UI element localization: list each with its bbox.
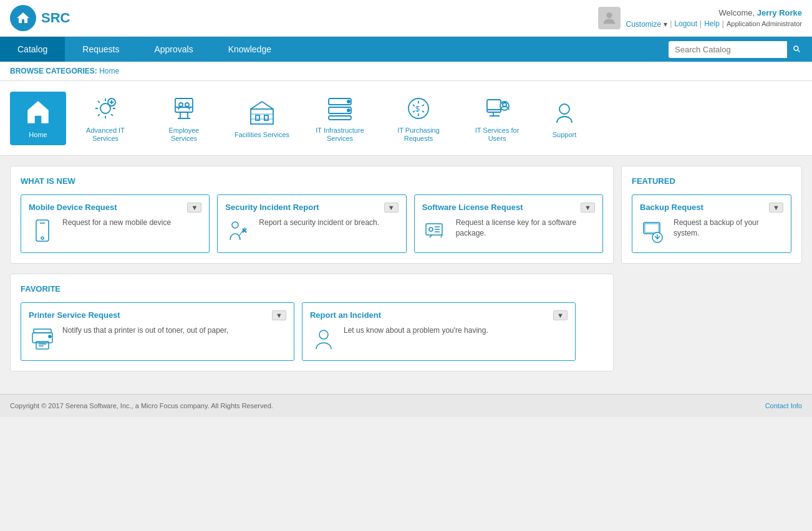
help-link[interactable]: Help — [704, 19, 720, 28]
category-advanced-it[interactable]: Advanced IT Services — [66, 87, 145, 149]
support-icon — [549, 98, 579, 128]
card-printer-service[interactable]: Printer Service Request ▼ Notify us th — [21, 302, 294, 361]
svg-point-22 — [41, 237, 44, 239]
avatar-icon — [601, 9, 618, 27]
category-home[interactable]: Home — [10, 92, 66, 145]
it-users-icon — [482, 93, 512, 123]
card-printer-body: Notify us that a printer is out of toner… — [29, 325, 286, 353]
card-report-desc: Let us know about a problem you're havin… — [344, 325, 488, 336]
category-it-purchasing-label: IT Purchasing Requests — [390, 127, 447, 143]
what-is-new-cards: Mobile Device Request ▼ Request for a ne… — [21, 194, 603, 253]
tab-knowledge[interactable]: Knowledge — [211, 37, 289, 62]
contact-info-link[interactable]: Contact Info — [765, 402, 802, 409]
favorite-title: FAVORITE — [21, 284, 603, 294]
search-input[interactable] — [669, 41, 806, 58]
customize-link[interactable]: Customize — [626, 20, 661, 29]
home-breadcrumb-link[interactable]: Home — [99, 67, 119, 75]
logo-text: SRC — [41, 10, 70, 26]
card-mobile-menu-btn[interactable]: ▼ — [187, 203, 201, 213]
card-backup-body: Request a backup of your system. — [640, 218, 783, 245]
tab-catalog[interactable]: Catalog — [0, 37, 65, 62]
svg-point-35 — [319, 330, 328, 339]
printer-icon — [29, 325, 56, 353]
header: SRC Welcome, Jerry Rorke Customize ▾ — [0, 0, 812, 37]
card-software-body: Request a license key for a software pac… — [422, 218, 595, 245]
svg-rect-37 — [645, 224, 659, 232]
card-report-title: Report an Incident — [310, 310, 381, 320]
card-mobile-device[interactable]: Mobile Device Request ▼ Request for a ne… — [21, 194, 210, 253]
card-security-menu-btn[interactable]: ▼ — [384, 203, 399, 213]
card-mobile-body: Request for a new mobile device — [29, 218, 201, 245]
category-it-users-label: IT Services for Users — [469, 127, 525, 143]
svg-rect-3 — [175, 98, 193, 112]
category-it-users[interactable]: IT Services for Users — [458, 87, 536, 149]
category-facilities[interactable]: Facilities Services — [223, 92, 301, 145]
card-printer-menu-btn[interactable]: ▼ — [272, 310, 286, 320]
search-area — [669, 41, 812, 59]
card-report-menu-btn[interactable]: ▼ — [553, 310, 568, 320]
svg-rect-11 — [329, 116, 351, 120]
svg-rect-24 — [426, 224, 442, 235]
house-logo-icon — [16, 11, 31, 26]
card-mobile-title: Mobile Device Request — [29, 203, 117, 212]
card-printer-title: Printer Service Request — [29, 310, 120, 320]
card-software-menu-btn[interactable]: ▼ — [581, 203, 595, 213]
svg-point-25 — [429, 227, 433, 231]
admin-label: Application Administrator — [727, 20, 802, 27]
tab-requests[interactable]: Requests — [65, 37, 137, 62]
card-security-body: Report a security incident or breach. — [225, 218, 398, 245]
user-area: Welcome, Jerry Rorke Customize ▾ | Logou… — [598, 7, 802, 29]
svg-point-34 — [49, 335, 51, 338]
report-incident-icon — [310, 325, 337, 353]
card-backup-request[interactable]: Backup Request ▼ Request a backup of you… — [632, 194, 791, 253]
card-software-license[interactable]: Software License Request ▼ Request a l — [414, 194, 603, 253]
tab-approvals[interactable]: Approvals — [137, 37, 210, 62]
security-incident-icon — [225, 218, 253, 245]
card-backup-menu-btn[interactable]: ▼ — [769, 203, 783, 213]
logout-link[interactable]: Logout — [674, 19, 697, 28]
left-panel: WHAT IS NEW Mobile Device Request ▼ — [10, 166, 614, 371]
svg-rect-16 — [487, 100, 501, 112]
svg-text:$: $ — [415, 105, 420, 113]
category-employee[interactable]: Employee Services — [145, 87, 223, 149]
logo-area: SRC — [10, 5, 70, 31]
svg-point-0 — [607, 12, 612, 18]
svg-rect-6 — [251, 109, 273, 124]
what-is-new-section: WHAT IS NEW Mobile Device Request ▼ — [10, 166, 614, 264]
card-printer-header: Printer Service Request ▼ — [29, 310, 286, 320]
footer-copyright: Copyright © 2017 Serena Software, Inc., … — [10, 402, 273, 409]
card-security-incident[interactable]: Security Incident Report ▼ Report a secu… — [217, 194, 406, 253]
card-security-title: Security Incident Report — [225, 203, 319, 212]
employee-icon — [169, 93, 199, 123]
mobile-device-icon — [29, 218, 56, 245]
svg-point-23 — [232, 222, 238, 228]
footer: Copyright © 2017 Serena Software, Inc., … — [0, 394, 812, 417]
user-links: Customize ▾ | Logout | Help | Applicatio… — [626, 19, 802, 29]
card-report-incident[interactable]: Report an Incident ▼ Let us know about a… — [302, 302, 576, 361]
what-is-new-title: WHAT IS NEW — [21, 176, 603, 186]
customize-area: Customize ▾ — [626, 20, 667, 29]
category-employee-label: Employee Services — [156, 127, 212, 143]
welcome-text: Welcome, Jerry Rorke — [626, 8, 802, 17]
card-report-body: Let us know about a problem you're havin… — [310, 325, 568, 353]
category-it-purchasing[interactable]: $ IT Purchasing Requests — [379, 87, 458, 149]
search-button[interactable] — [787, 41, 806, 59]
navbar: Catalog Requests Approvals Knowledge — [0, 37, 812, 62]
favorite-section: FAVORITE Printer Service Request ▼ — [10, 274, 614, 371]
category-it-infrastructure[interactable]: IT Infrastructure Services — [301, 87, 379, 149]
category-support[interactable]: Support — [536, 92, 592, 145]
avatar — [598, 7, 621, 29]
card-mobile-desc: Request for a new mobile device — [62, 218, 171, 228]
category-advanced-it-label: Advanced IT Services — [77, 127, 133, 143]
category-support-label: Support — [553, 131, 577, 139]
svg-rect-29 — [34, 329, 51, 333]
favorite-cards: Printer Service Request ▼ Notify us th — [21, 302, 603, 361]
right-panel: FEATURED Backup Request ▼ Request a back… — [621, 166, 802, 371]
card-software-header: Software License Request ▼ — [422, 203, 595, 213]
card-printer-desc: Notify us that a printer is out of toner… — [62, 325, 228, 336]
welcome-text-block: Welcome, Jerry Rorke Customize ▾ | Logou… — [626, 8, 802, 29]
card-backup-title: Backup Request — [640, 203, 703, 212]
svg-point-12 — [347, 100, 350, 103]
search-icon — [792, 44, 801, 53]
software-license-icon — [422, 218, 450, 245]
